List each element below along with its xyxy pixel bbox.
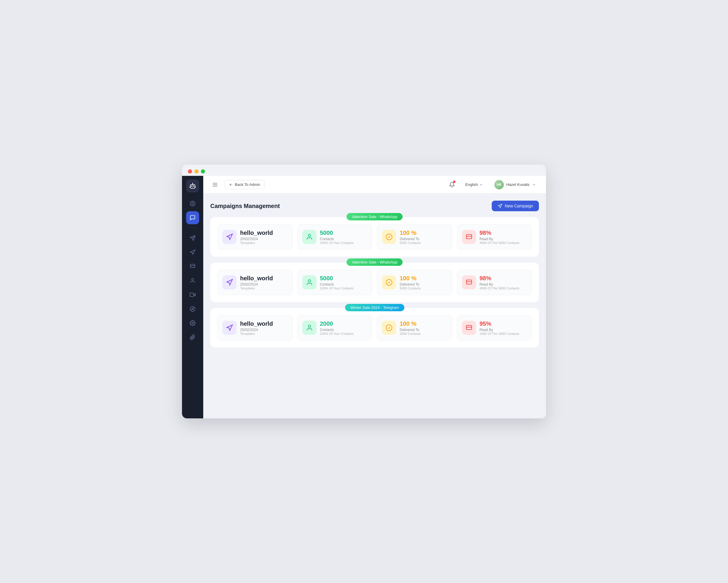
new-campaign-label: New Campaign [505, 204, 533, 208]
sidebar-item-broadcast[interactable] [186, 288, 199, 301]
svg-rect-0 [190, 185, 195, 188]
delivered-info: 100 % Delivered To 2000 Contacts [400, 320, 447, 335]
campaign-section-campaign-1: Valentine Sale - WhatsApp hello_world 25… [210, 217, 539, 257]
delivered-count: 2000 Contacts [400, 332, 447, 335]
new-campaign-button[interactable]: New Campaign [492, 201, 539, 211]
page-title: Campaigns Management [210, 203, 280, 209]
title-bar [182, 164, 546, 176]
campaigns-container: Valentine Sale - WhatsApp hello_world 25… [210, 217, 539, 348]
contacts-info: 2000 Contacts 100% Of Your Contacts [320, 320, 367, 335]
read-percent: 98% [479, 229, 527, 236]
sidebar-item-attachments[interactable] [186, 331, 199, 344]
campaign-cards: hello_world 25/02/2024 Templates 5000 Co… [217, 224, 532, 250]
contacts-sub: 100% Of Your Contacts [320, 241, 367, 245]
svg-point-16 [190, 307, 195, 311]
sidebar-item-whatsapp[interactable] [186, 211, 199, 224]
menu-button[interactable] [210, 180, 220, 189]
language-selector[interactable]: English [462, 181, 487, 188]
template-card: hello_world 25/02/2024 Templates [217, 224, 293, 250]
delivered-percent: 100 % [400, 275, 447, 282]
campaign-cards: hello_world 25/02/2024 Templates 5000 Co… [217, 270, 532, 295]
template-icon [223, 275, 237, 289]
template-type: Templates [240, 241, 288, 245]
read-card: 98% Read By 4900 Of The 5000 Contacts [457, 224, 532, 250]
avatar: HK [494, 180, 504, 189]
contacts-card: 5000 Contacts 100% Of Your Contacts [297, 224, 372, 250]
template-name: hello_world [240, 320, 288, 327]
read-sub: 4900 Of The 5000 Contacts [479, 286, 527, 290]
contacts-count: 5000 [320, 275, 367, 282]
contacts-info: 5000 Contacts 100% Of Your Contacts [320, 275, 367, 290]
read-info: 95% Read By 1900 Of The 2000 Contacts [479, 320, 527, 335]
page-content: Campaigns Management New Campaign Valent… [203, 194, 546, 419]
template-type: Templates [240, 286, 288, 290]
svg-point-27 [308, 280, 311, 282]
svg-rect-11 [190, 264, 195, 268]
template-info: hello_world 25/02/2024 Templates [240, 320, 288, 335]
svg-point-7 [190, 201, 195, 206]
minimize-button[interactable] [194, 169, 199, 174]
back-to-admin-button[interactable]: Back To Admin [225, 180, 265, 189]
delivered-icon [382, 230, 396, 244]
read-sub: 1900 Of The 2000 Contacts [479, 332, 527, 335]
contacts-card: 2000 Contacts 100% Of Your Contacts [297, 315, 372, 340]
delivered-label: Delivered To [400, 282, 447, 286]
contacts-label: Contacts [320, 328, 367, 332]
sidebar-item-send[interactable] [186, 232, 199, 245]
user-initials: HK [497, 183, 502, 187]
chevron-down-icon [479, 183, 483, 187]
header: Back To Admin English H [203, 176, 546, 194]
close-button[interactable] [188, 169, 192, 174]
user-menu[interactable]: HK Hazel Kuvalis [491, 178, 539, 191]
template-date: 25/02/2024 [240, 328, 288, 332]
template-type: Templates [240, 332, 288, 335]
sidebar-item-explore[interactable] [186, 302, 199, 315]
svg-point-2 [193, 185, 194, 187]
read-icon [462, 230, 476, 244]
svg-point-8 [192, 203, 194, 205]
read-card: 98% Read By 4900 Of The 5000 Contacts [457, 270, 532, 295]
read-percent: 95% [479, 320, 527, 327]
svg-point-18 [192, 323, 193, 324]
notification-dot [453, 181, 456, 183]
sidebar-item-settings[interactable] [186, 316, 199, 330]
svg-marker-14 [193, 294, 195, 296]
read-card: 95% Read By 1900 Of The 2000 Contacts [457, 315, 532, 340]
svg-point-4 [192, 183, 193, 184]
sidebar-item-analytics[interactable] [186, 197, 199, 210]
main-content: Back To Admin English H [203, 176, 546, 419]
read-label: Read By [479, 282, 527, 286]
megaphone-icon [498, 204, 502, 208]
svg-marker-17 [191, 308, 193, 310]
delivered-label: Delivered To [400, 328, 447, 332]
back-label: Back To Admin [235, 182, 260, 187]
template-icon [223, 321, 237, 335]
app-layout: Back To Admin English H [182, 176, 546, 419]
notification-button[interactable] [447, 179, 457, 190]
sidebar-item-messages[interactable] [186, 260, 199, 273]
svg-point-1 [191, 185, 192, 187]
delivered-card: 100 % Delivered To 2000 Contacts [377, 315, 452, 340]
contacts-icon [302, 230, 316, 244]
template-info: hello_world 25/02/2024 Templates [240, 229, 288, 245]
language-label: English [466, 182, 478, 187]
sidebar-logo [186, 179, 199, 193]
delivered-card: 100 % Delivered To 5000 Contacts [377, 270, 452, 295]
contacts-icon [302, 321, 316, 335]
contacts-info: 5000 Contacts 100% Of Your Contacts [320, 229, 367, 245]
delivered-icon [382, 275, 396, 289]
campaign-section-campaign-2: Valentine Sale - WhatsApp hello_world 25… [210, 262, 539, 302]
delivered-count: 5000 Contacts [400, 241, 447, 245]
read-info: 98% Read By 4900 Of The 5000 Contacts [479, 229, 527, 245]
delivered-count: 5000 Contacts [400, 286, 447, 290]
delivered-percent: 100 % [400, 320, 447, 327]
sidebar-item-contacts[interactable] [186, 274, 199, 287]
contacts-icon [302, 275, 316, 289]
maximize-button[interactable] [201, 169, 205, 174]
template-date: 25/02/2024 [240, 282, 288, 286]
campaign-badge: Winter Sale 2024 - Telegram [345, 304, 405, 311]
campaign-section-campaign-3: Winter Sale 2024 - Telegram hello_world … [210, 308, 539, 348]
sidebar [182, 176, 203, 419]
sidebar-item-campaigns[interactable] [186, 246, 199, 259]
sidebar-divider-1 [188, 228, 197, 228]
